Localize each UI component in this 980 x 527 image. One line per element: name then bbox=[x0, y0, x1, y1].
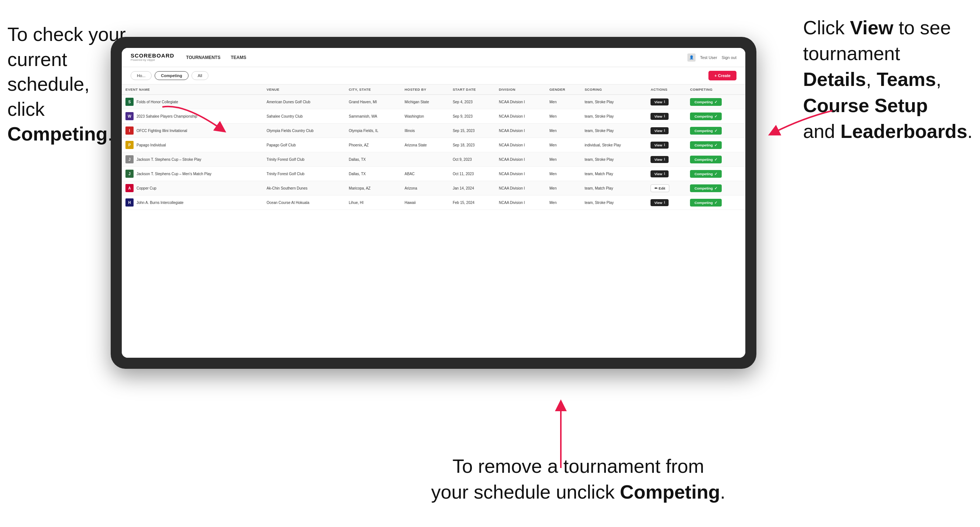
view-button[interactable]: View ℹ bbox=[651, 127, 668, 134]
competing-button[interactable]: Competing ✓ bbox=[690, 199, 722, 206]
view-button[interactable]: View ℹ bbox=[651, 199, 668, 206]
team-logo: A bbox=[126, 184, 134, 192]
cell-hosted-by: Arizona State bbox=[401, 138, 449, 152]
cell-start-date: Oct 11, 2023 bbox=[449, 167, 495, 181]
cell-start-date: Sep 18, 2023 bbox=[449, 138, 495, 152]
annotation-bottom: To remove a tournament from your schedul… bbox=[431, 453, 725, 505]
checkmark-icon: ✓ bbox=[714, 129, 717, 133]
logo-subtitle: Powered by clippd bbox=[130, 58, 174, 62]
user-icon: 👤 bbox=[687, 54, 695, 62]
cell-start-date: Feb 15, 2024 bbox=[449, 195, 495, 210]
cell-event-name: J Jackson T. Stephens Cup – Stroke Play bbox=[122, 152, 263, 167]
cell-scoring: team, Stroke Play bbox=[581, 195, 647, 210]
cell-actions: View ℹ bbox=[647, 152, 686, 167]
col-competing: COMPETING bbox=[686, 84, 745, 95]
cell-actions: View ℹ bbox=[647, 124, 686, 138]
competing-button[interactable]: Competing ✓ bbox=[690, 98, 722, 106]
competing-button[interactable]: Competing ✓ bbox=[690, 170, 722, 178]
checkmark-icon: ✓ bbox=[714, 143, 717, 147]
cell-actions: View ℹ bbox=[647, 109, 686, 124]
cell-actions: ✏ Edit bbox=[647, 181, 686, 195]
cell-start-date: Sep 9, 2023 bbox=[449, 109, 495, 124]
tab-home[interactable]: Ho... bbox=[130, 71, 152, 80]
col-city-state: CITY, STATE bbox=[345, 84, 401, 95]
arrow-right-view bbox=[766, 103, 840, 140]
tab-all[interactable]: All bbox=[191, 71, 208, 80]
cell-actions: View ℹ bbox=[647, 167, 686, 181]
competing-button[interactable]: Competing ✓ bbox=[690, 141, 722, 149]
cell-division: NCAA Division I bbox=[495, 138, 546, 152]
view-button[interactable]: View ℹ bbox=[651, 141, 668, 149]
cell-venue: American Dunes Golf Club bbox=[263, 95, 345, 109]
cell-city-state: Dallas, TX bbox=[345, 167, 401, 181]
col-hosted-by: HOSTED BY bbox=[401, 84, 449, 95]
view-button[interactable]: View ℹ bbox=[651, 156, 668, 163]
cell-gender: Men bbox=[546, 167, 581, 181]
edit-button[interactable]: ✏ Edit bbox=[651, 184, 669, 192]
competing-button[interactable]: Competing ✓ bbox=[690, 127, 722, 135]
cell-division: NCAA Division I bbox=[495, 109, 546, 124]
cell-competing: Competing ✓ bbox=[686, 167, 745, 181]
cell-gender: Men bbox=[546, 152, 581, 167]
competing-button[interactable]: Competing ✓ bbox=[690, 156, 722, 163]
col-gender: GENDER bbox=[546, 84, 581, 95]
user-name: Test User bbox=[700, 55, 717, 60]
cell-gender: Men bbox=[546, 181, 581, 195]
col-event-name: EVENT NAME bbox=[122, 84, 263, 95]
info-icon: ℹ bbox=[664, 129, 665, 132]
cell-city-state: Olympia Fields, IL bbox=[345, 124, 401, 138]
cell-venue: Papago Golf Club bbox=[263, 138, 345, 152]
event-name-text: Jackson T. Stephens Cup – Men's Match Pl… bbox=[137, 172, 212, 176]
cell-hosted-by: Illinois bbox=[401, 124, 449, 138]
col-actions: ACTIONS bbox=[647, 84, 686, 95]
toolbar: Ho... Competing All + Create bbox=[122, 67, 745, 84]
tablet-frame: SCOREBOARD Powered by clippd TOURNAMENTS… bbox=[111, 37, 756, 369]
scoreboard-logo: SCOREBOARD Powered by clippd bbox=[130, 53, 174, 62]
cell-city-state: Grand Haven, MI bbox=[345, 95, 401, 109]
view-button[interactable]: View ℹ bbox=[651, 113, 668, 120]
cell-division: NCAA Division I bbox=[495, 95, 546, 109]
checkmark-icon: ✓ bbox=[714, 157, 717, 162]
checkmark-icon: ✓ bbox=[714, 114, 717, 118]
arrow-bottom-competing bbox=[550, 398, 572, 472]
view-button[interactable]: View ℹ bbox=[651, 98, 668, 105]
team-logo: H bbox=[126, 198, 134, 206]
cell-competing: Competing ✓ bbox=[686, 152, 745, 167]
cell-hosted-by: Arizona bbox=[401, 181, 449, 195]
event-name-text: Copper Cup bbox=[137, 186, 156, 190]
cell-venue: Olympia Fields Country Club bbox=[263, 124, 345, 138]
checkmark-icon: ✓ bbox=[714, 100, 717, 104]
team-logo: P bbox=[126, 141, 134, 149]
nav-links: TOURNAMENTS TEAMS bbox=[186, 54, 687, 62]
competing-button[interactable]: Competing ✓ bbox=[690, 184, 722, 192]
cell-division: NCAA Division I bbox=[495, 167, 546, 181]
team-logo: J bbox=[126, 155, 134, 163]
cell-gender: Men bbox=[546, 138, 581, 152]
nav-tournaments[interactable]: TOURNAMENTS bbox=[186, 54, 220, 62]
cell-hosted-by: Washington bbox=[401, 109, 449, 124]
cell-competing: Competing ✓ bbox=[686, 138, 745, 152]
nav-bar: SCOREBOARD Powered by clippd TOURNAMENTS… bbox=[122, 48, 745, 67]
cell-hosted-by: Hawaii bbox=[401, 195, 449, 210]
nav-right: 👤 Test User Sign out bbox=[687, 54, 737, 62]
col-scoring: SCORING bbox=[581, 84, 647, 95]
cell-actions: View ℹ bbox=[647, 95, 686, 109]
nav-teams[interactable]: TEAMS bbox=[231, 54, 246, 62]
create-button[interactable]: + Create bbox=[708, 71, 737, 80]
cell-gender: Men bbox=[546, 95, 581, 109]
cell-competing: Competing ✓ bbox=[686, 181, 745, 195]
cell-venue: Ak-Chin Southern Dunes bbox=[263, 181, 345, 195]
tab-competing[interactable]: Competing bbox=[154, 71, 188, 80]
cell-start-date: Sep 4, 2023 bbox=[449, 95, 495, 109]
cell-venue: Sahalee Country Club bbox=[263, 109, 345, 124]
cell-venue: Ocean Course At Hokuala bbox=[263, 195, 345, 210]
team-logo: W bbox=[126, 112, 134, 120]
sign-out-link[interactable]: Sign out bbox=[722, 55, 737, 60]
cell-venue: Trinity Forest Golf Club bbox=[263, 152, 345, 167]
table-row: J Jackson T. Stephens Cup – Men's Match … bbox=[122, 167, 745, 181]
view-button[interactable]: View ℹ bbox=[651, 170, 668, 178]
cell-city-state: Sammamish, WA bbox=[345, 109, 401, 124]
competing-button[interactable]: Competing ✓ bbox=[690, 113, 722, 120]
team-logo: I bbox=[126, 127, 134, 135]
cell-actions: View ℹ bbox=[647, 195, 686, 210]
